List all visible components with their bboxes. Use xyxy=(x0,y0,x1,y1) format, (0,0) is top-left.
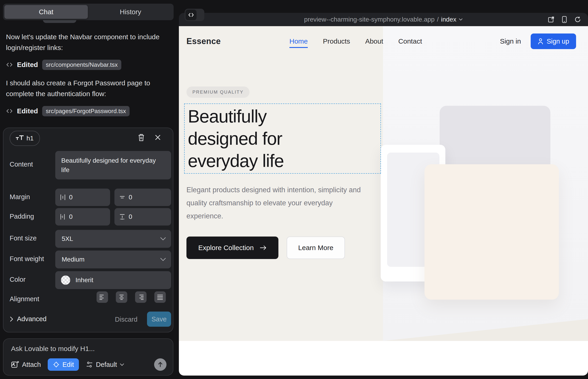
color-select[interactable]: Inherit xyxy=(55,271,171,289)
edited-label: Edited xyxy=(17,61,38,69)
margin-y-input[interactable]: 0 xyxy=(114,189,171,206)
code-icon xyxy=(6,108,13,114)
font-size-label: Font size xyxy=(10,235,37,242)
tab-chat[interactable]: Chat xyxy=(4,5,88,19)
code-icon xyxy=(6,61,13,68)
learn-more-button[interactable]: Learn More xyxy=(287,237,345,259)
delete-element-button[interactable] xyxy=(136,132,147,143)
user-icon xyxy=(538,38,543,45)
chevron-down-icon xyxy=(459,18,463,21)
align-justify-button[interactable] xyxy=(154,291,166,303)
sign-in-link[interactable]: Sign in xyxy=(500,37,521,45)
h1-selection-outline[interactable]: Beautifully designed for everyday life xyxy=(184,103,381,174)
margin-horizontal-icon xyxy=(60,194,66,201)
padding-x-input[interactable]: 0 xyxy=(55,208,110,225)
hero-section: Essence Home Products About Contact Sign… xyxy=(179,26,588,341)
mobile-view-icon[interactable] xyxy=(561,16,567,23)
save-button[interactable]: Save xyxy=(147,312,171,327)
file-badge[interactable]: src/pages/ForgotPassword.tsx xyxy=(42,106,130,116)
element-tag-label: h1 xyxy=(26,135,33,142)
sign-up-button[interactable]: Sign up xyxy=(531,33,576,49)
type-icon xyxy=(16,135,24,141)
margin-vertical-icon xyxy=(119,195,125,200)
content-label: Content xyxy=(10,161,33,168)
open-external-icon[interactable] xyxy=(548,16,555,23)
hero-heading[interactable]: Beautifully designed for everyday life xyxy=(188,105,284,172)
code-view-icon[interactable] xyxy=(186,10,197,20)
margin-x-input[interactable]: 0 xyxy=(55,189,110,206)
align-left-button[interactable] xyxy=(96,291,108,303)
chevron-down-icon xyxy=(160,237,166,241)
chevron-down-icon xyxy=(120,363,124,366)
nav-link-products[interactable]: Products xyxy=(323,37,350,45)
mode-select[interactable]: Default xyxy=(86,361,124,368)
site-brand[interactable]: Essence xyxy=(186,26,221,56)
close-panel-button[interactable] xyxy=(153,132,163,143)
premium-quality-badge: PREMIUM QUALITY xyxy=(186,86,249,98)
preview-site: Essence Home Products About Contact Sign… xyxy=(179,26,588,376)
alignment-label: Alignment xyxy=(10,295,39,303)
padding-y-input[interactable]: 0 xyxy=(114,208,171,225)
attach-button[interactable]: Attach xyxy=(11,360,41,369)
element-editor-panel: h1 Content Beautifully designed for ever… xyxy=(3,127,173,332)
discard-button[interactable]: Discard xyxy=(115,316,137,323)
nav-link-about[interactable]: About xyxy=(365,37,383,45)
chat-composer: Ask Lovable to modify H1... Attach Edit xyxy=(3,338,173,376)
code-preview-toggle[interactable] xyxy=(185,9,204,21)
chevron-down-icon xyxy=(160,258,166,261)
font-weight-label: Font weight xyxy=(10,255,44,263)
hero-description: Elegant products designed with intention… xyxy=(186,183,370,222)
composer-input[interactable]: Ask Lovable to modify H1... xyxy=(11,345,95,353)
edited-file-row[interactable]: Edited src/pages/ForgotPassword.tsx xyxy=(6,106,130,117)
element-type-chip: h1 xyxy=(10,131,40,146)
align-right-button[interactable] xyxy=(135,291,147,303)
decorative-rectangle-cream xyxy=(424,164,559,300)
chevron-right-icon xyxy=(10,316,13,322)
explore-collection-button[interactable]: Explore Collection xyxy=(186,237,279,259)
nav-link-contact[interactable]: Contact xyxy=(398,37,422,45)
chat-sidebar: Chat History Now let's update the Navbar… xyxy=(0,0,179,379)
target-icon xyxy=(53,361,60,368)
content-input[interactable]: Beautifully designed for everyday life xyxy=(55,151,171,179)
edited-file-row[interactable]: Edited src/components/Navbar.tsx xyxy=(6,59,121,70)
edited-label: Edited xyxy=(17,107,38,115)
sliders-icon xyxy=(86,361,93,368)
chat-message: Now let's update the Navbar component to… xyxy=(6,32,169,53)
padding-label: Padding xyxy=(10,213,34,220)
color-label: Color xyxy=(10,276,25,283)
sidebar-tab-bar: Chat History xyxy=(3,4,174,20)
edit-mode-button[interactable]: Edit xyxy=(48,358,79,371)
padding-vertical-icon xyxy=(119,214,125,220)
site-navbar: Essence Home Products About Contact Sign… xyxy=(179,26,588,56)
font-size-select[interactable]: 5XL xyxy=(55,230,171,248)
tab-history[interactable]: History xyxy=(89,5,172,19)
font-weight-select[interactable]: Medium xyxy=(55,251,171,268)
alignment-buttons xyxy=(96,291,166,303)
padding-horizontal-icon xyxy=(60,214,66,220)
chat-message: I should also create a Forgot Password p… xyxy=(6,78,169,99)
color-swatch xyxy=(61,275,70,285)
arrow-right-icon xyxy=(260,245,266,251)
image-attach-icon xyxy=(11,360,19,369)
refresh-icon[interactable] xyxy=(574,16,581,23)
preview-url[interactable]: preview--charming-site-symphony.lovable.… xyxy=(179,13,588,26)
margin-label: Margin xyxy=(10,193,30,201)
preview-chrome-bar: preview--charming-site-symphony.lovable.… xyxy=(179,13,588,26)
nav-link-home[interactable]: Home xyxy=(289,37,308,48)
file-badge[interactable]: src/components/Navbar.tsx xyxy=(42,60,122,70)
send-button[interactable] xyxy=(154,358,167,371)
advanced-toggle[interactable]: Advanced xyxy=(10,315,46,323)
preview-window: preview--charming-site-symphony.lovable.… xyxy=(179,13,588,376)
align-center-button[interactable] xyxy=(116,291,127,303)
